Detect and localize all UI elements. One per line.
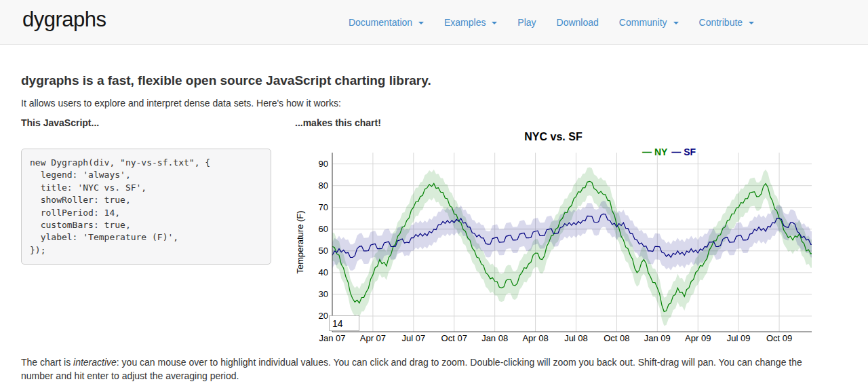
y-tick-label: 40 [319,267,328,277]
nav-link-documentation[interactable]: Documentation [338,17,434,28]
note-text-rest: : you can mouse over to highlight indivi… [21,357,802,381]
roll-period-input[interactable] [329,315,359,331]
chart-plot-area[interactable]: 2030405060708090Jan 07Apr 07Jul 07Oct 07… [295,130,812,344]
x-tick-label: Apr 08 [522,333,548,343]
y-axis-title: Temperature (F) [295,210,305,273]
nav-link-contribute[interactable]: Contribute [689,17,764,28]
chart-column: ...makes this chart! NYC vs. SF 20304050… [295,117,812,344]
nav-item-examples: Examples [434,17,507,28]
dygraph-chart[interactable]: NYC vs. SF 2030405060708090Jan 07Apr 07J… [295,130,812,344]
chevron-down-icon [492,22,497,24]
chart-legend: — NY— SF [642,147,812,157]
x-tick-label: Apr 07 [360,333,386,343]
nav-item-community: Community [609,17,689,28]
main-nav: Documentation Examples PlayDownloadCommu… [338,0,764,45]
x-tick-label: Oct 07 [441,333,467,343]
right-column-title: ...makes this chart! [295,117,812,128]
legend-entry-ny: — NY [642,147,667,157]
chart-title: NYC vs. SF [295,131,812,143]
y-tick-label: 90 [319,159,328,169]
x-tick-label: Oct 09 [766,333,792,343]
navbar: dygraphs Documentation Examples PlayDown… [0,0,868,45]
code-sample: new Dygraph(div, "ny-vs-sf.txt", { legen… [21,149,271,265]
nav-item-download: Download [547,17,609,28]
page-title: dygraphs is a fast, flexible open source… [21,73,847,88]
x-tick-label: Apr 09 [685,333,711,343]
y-tick-label: 20 [319,311,328,321]
x-tick-label: Jul 09 [727,333,751,343]
chevron-down-icon [418,22,424,24]
chevron-down-icon [673,22,679,24]
y-tick-label: 30 [319,289,328,299]
left-column-title: This JavaScript... [21,117,295,128]
y-tick-label: 60 [319,224,328,234]
x-tick-label: Oct 08 [604,333,629,343]
x-tick-label: Jul 08 [564,333,588,343]
x-tick-label: Jul 07 [401,333,425,343]
main-content: dygraphs is a fast, flexible open source… [0,73,868,383]
nav-item-contribute: Contribute [689,17,764,28]
page-subtitle: It allows users to explore and interpret… [21,98,847,109]
javascript-column: This JavaScript... new Dygraph(div, "ny-… [21,117,295,344]
nav-link-examples[interactable]: Examples [434,17,507,28]
x-tick-label: Jan 08 [481,333,508,343]
chevron-down-icon [749,22,754,24]
nav-item-play: Play [507,17,546,28]
x-tick-label: Jan 09 [644,333,671,343]
y-tick-label: 80 [319,180,328,191]
y-tick-label: 50 [319,246,328,256]
note-text: The chart is [21,357,73,368]
nav-item-documentation: Documentation [338,17,434,28]
nav-link-play[interactable]: Play [507,17,546,28]
x-tick-label: Jan 07 [319,333,345,343]
nav-link-download[interactable]: Download [547,17,609,28]
brand-logo[interactable]: dygraphs [22,7,106,32]
interactivity-note: The chart is interactive: you can mouse … [21,356,812,383]
note-italic-word: interactive [73,357,117,368]
y-tick-label: 70 [319,202,328,212]
nav-link-community[interactable]: Community [609,17,689,28]
legend-entry-sf: — SF [671,147,696,157]
